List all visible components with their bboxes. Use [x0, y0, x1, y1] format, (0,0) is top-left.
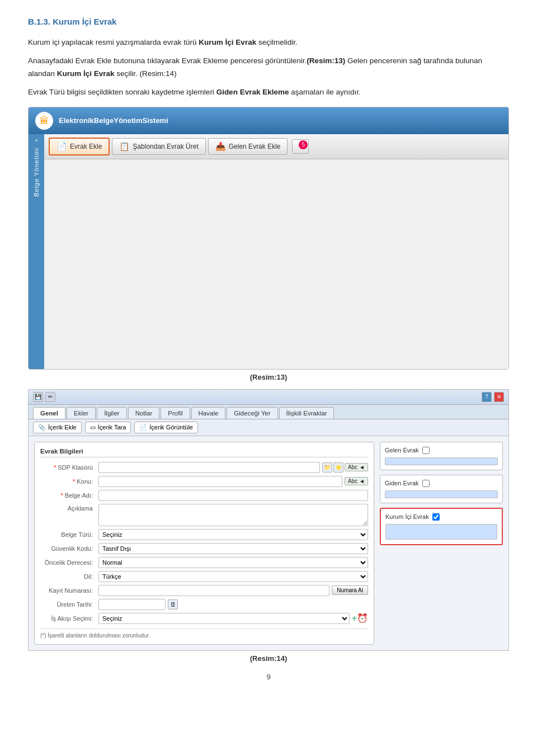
- kayit-numarasi-row: Kayıt Numarası: Numara Al: [40, 585, 368, 596]
- belge-adi-input[interactable]: [98, 490, 368, 501]
- dil-select[interactable]: Türkçe: [98, 571, 368, 582]
- evrak-ekle-button[interactable]: 📄 Evrak Ekle: [49, 138, 110, 155]
- form-window: 💾 ✏ ? ✕ Genel Ekler İlgiler Notlar Profi…: [28, 389, 509, 651]
- evrak-bilgileri-title: Evrak Bilgileri: [40, 448, 368, 457]
- oncelik-derecesi-row: Öncelik Derecesi: Normal: [40, 557, 368, 568]
- page-number: 9: [28, 673, 509, 681]
- giden-evrak-box: Giden Evrak: [380, 475, 503, 503]
- abc-btn-konu[interactable]: Abc ◄: [345, 477, 368, 485]
- guvenlik-kodu-row: Güvenlik Kodu: Tasnif Dışı: [40, 543, 368, 554]
- sablondan-evrak-label: Şablondan Evrak Üret: [133, 143, 198, 150]
- aciklama-textarea[interactable]: [98, 504, 368, 526]
- form-tabs: Genel Ekler İlgiler Notlar Profil Havale…: [29, 405, 508, 419]
- icerik-goruntule-icon: 📄: [139, 424, 147, 431]
- belge-adi-row: Belge Adı:: [40, 490, 368, 501]
- tab-iliskili-evraklar[interactable]: İlişkili Evraklar: [279, 407, 335, 419]
- screenshot-1: 🏛 ElektronikBelgeYönetimSistemi » Belge …: [28, 107, 509, 370]
- icerik-tara-button[interactable]: ▭ İçerik Tara: [85, 422, 131, 433]
- belge-turu-label: Belge Türü:: [40, 531, 96, 538]
- icerik-tara-label: İçerik Tara: [98, 424, 126, 431]
- dropdown-wrap: ▼ 5: [292, 139, 309, 154]
- evrak-ekle-icon: 📄: [56, 141, 67, 152]
- kurum-ici-evrak-input-field: [385, 524, 497, 540]
- tab-gidecegi-yer[interactable]: Gideceği Yer: [227, 407, 277, 419]
- giden-evrak-checkbox[interactable]: [422, 480, 430, 487]
- gelen-evrak-input-field: [385, 457, 498, 465]
- giden-evrak-label: Giden Evrak: [385, 480, 419, 486]
- calendar-icon[interactable]: 🗓: [168, 599, 178, 609]
- tab-havale[interactable]: Havale: [191, 407, 226, 419]
- belge-turu-select[interactable]: Seçiniz: [98, 529, 368, 540]
- oncelik-derecesi-label: Öncelik Derecesi:: [40, 559, 96, 566]
- konu-label: Konu:: [40, 478, 96, 485]
- konu-input[interactable]: [98, 476, 342, 487]
- is-akisi-row: İş Akışı Seçimi: Seçiniz +⏰: [40, 613, 368, 624]
- kayit-numarasi-label: Kayıt Numarası:: [40, 587, 96, 594]
- gelen-evrak-checkbox[interactable]: [422, 447, 430, 454]
- tab-ilgiler[interactable]: İlgiler: [97, 407, 126, 419]
- save-icon[interactable]: 💾: [33, 392, 43, 402]
- uretim-tarihi-label: Üretim Tarihi:: [40, 601, 96, 608]
- abc-btn-sdp[interactable]: Abc ◄: [345, 463, 368, 471]
- uretim-tarihi-row: Üretim Tarihi: 🗓: [40, 599, 368, 610]
- section-title: B.1.3. Kurum İçi Evrak: [28, 17, 509, 26]
- uretim-tarihi-input[interactable]: [98, 599, 166, 610]
- aciklama-row: Açıklama: [40, 504, 368, 526]
- tab-notlar[interactable]: Notlar: [128, 407, 160, 419]
- paragraph-2: Anasayfadaki Evrak Ekle butonuna tıklaya…: [28, 55, 509, 81]
- caption-2: (Resim:14): [28, 654, 509, 663]
- icerik-goruntule-button[interactable]: 📄 İçerik Görüntüle: [134, 422, 198, 433]
- kurum-ici-evrak-checkbox[interactable]: [432, 513, 440, 521]
- guvenlik-kodu-label: Güvenlik Kodu:: [40, 545, 96, 552]
- edit-icon[interactable]: ✏: [45, 392, 55, 402]
- folder-icon[interactable]: 📁: [322, 462, 332, 472]
- help-icon[interactable]: ?: [482, 392, 492, 402]
- konu-icons: Abc ◄: [345, 477, 368, 485]
- sablondan-evrak-wrap: 📋 Şablondan Evrak Üret: [112, 138, 205, 155]
- is-akisi-select[interactable]: Seçiniz: [98, 613, 350, 624]
- close-icon[interactable]: ✕: [494, 392, 504, 402]
- sdp-klasoru-label: SDP Klasörü: [40, 464, 96, 471]
- tab-profil[interactable]: Profil: [161, 407, 190, 419]
- star-icon[interactable]: ⭐: [333, 462, 343, 472]
- titlebar-icons: 💾 ✏: [33, 392, 55, 402]
- caption-1: (Resim:13): [28, 373, 509, 381]
- icerik-ekle-label: İçerik Ekle: [48, 424, 77, 431]
- app-title: ElektronikBelgeYönetimSistemi: [59, 116, 168, 125]
- icerik-tara-icon: ▭: [90, 424, 96, 431]
- kurum-ici-evrak-box: Kurum İçi Evrak: [380, 508, 503, 545]
- form-right-panel: Gelen Evrak Giden Evrak Kurum İçi Evrak: [380, 442, 503, 645]
- belge-adi-label: Belge Adı:: [40, 492, 96, 499]
- icerik-ekle-button[interactable]: 📎 İçerik Ekle: [33, 422, 82, 433]
- kurum-ici-evrak-label: Kurum İçi Evrak: [385, 513, 429, 520]
- sidebar-label: Belge Yönetimi: [33, 148, 40, 197]
- konu-row: Konu: Abc ◄: [40, 476, 368, 487]
- sablondan-evrak-button[interactable]: 📋 Şablondan Evrak Üret: [112, 138, 205, 155]
- oncelik-derecesi-select[interactable]: Normal: [98, 557, 368, 568]
- tab-genel[interactable]: Genel: [33, 407, 65, 419]
- guvenlik-kodu-select[interactable]: Tasnif Dışı: [98, 543, 368, 554]
- gelen-icon: 📥: [215, 141, 226, 152]
- app-header: 🏛 ElektronikBelgeYönetimSistemi: [29, 107, 508, 134]
- kurum-ici-evrak-row: Kurum İçi Evrak: [385, 513, 497, 521]
- main-layout: » Belge Yönetimi 📄 Evrak Ekle 📋 Şablonda…: [29, 134, 508, 369]
- sdp-klasoru-input[interactable]: [98, 462, 320, 473]
- gelen-evrak-row: Gelen Evrak: [385, 447, 498, 454]
- sidebar: » Belge Yönetimi: [29, 134, 44, 369]
- icerik-goruntule-label: İçerik Görüntüle: [149, 424, 193, 431]
- plus-alarm-icon[interactable]: +⏰: [352, 613, 368, 623]
- paragraph-3: Evrak Türü bilgisi seçildikten sonraki k…: [28, 86, 509, 99]
- paragraph-1: Kurum içi yapılacak resmi yazışmalarda e…: [28, 36, 509, 49]
- tab-ekler[interactable]: Ekler: [67, 407, 96, 419]
- gelen-evrak-button[interactable]: 📥 Gelen Evrak Ekle: [208, 138, 288, 155]
- window-controls: ? ✕: [482, 392, 504, 402]
- dil-row: Dil: Türkçe: [40, 571, 368, 582]
- numara-al-button[interactable]: Numara Al: [332, 585, 368, 595]
- kayit-numarasi-input[interactable]: [98, 585, 329, 596]
- app-logo: 🏛: [35, 112, 53, 130]
- gelen-evrak-wrap: 📥 Gelen Evrak Ekle: [208, 138, 288, 155]
- evrak-ekle-label: Evrak Ekle: [70, 143, 102, 150]
- aciklama-label: Açıklama: [40, 504, 96, 512]
- sdp-icons: 📁 ⭐ Abc ◄: [322, 462, 368, 472]
- toolbar: 📄 Evrak Ekle 📋 Şablondan Evrak Üret 📥 Ge…: [44, 134, 508, 159]
